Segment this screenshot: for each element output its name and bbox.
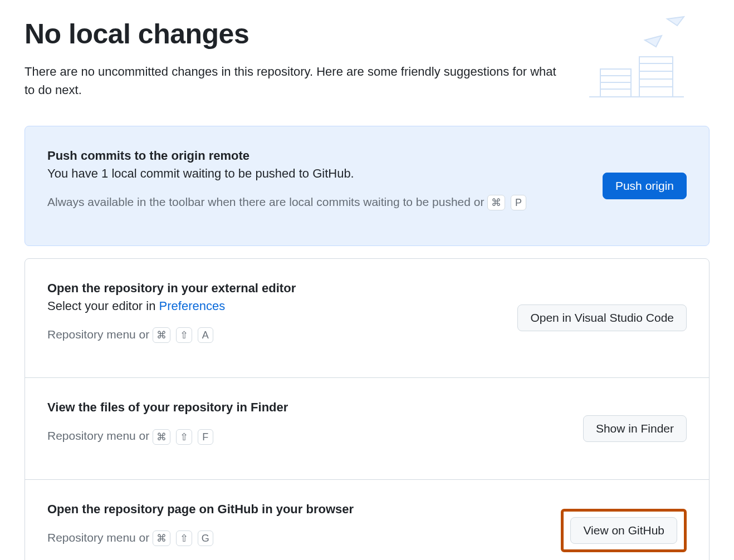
open-editor-hint: Repository menu or ⌘ ⇧ A (47, 325, 500, 344)
svg-rect-4 (639, 57, 673, 97)
preferences-link[interactable]: Preferences (159, 299, 226, 313)
show-in-finder-button[interactable]: Show in Finder (583, 415, 687, 442)
actions-card-group: Open the repository in your external edi… (25, 258, 709, 560)
push-card-title: Push commits to the origin remote (47, 149, 585, 163)
view-github-title: Open the repository page on GitHub in yo… (47, 502, 543, 517)
kbd-f: F (198, 429, 213, 445)
push-origin-card: Push commits to the origin remote You ha… (25, 126, 709, 246)
kbd-shift: ⇧ (176, 530, 192, 546)
kbd-cmd: ⌘ (153, 327, 170, 343)
view-github-row: Open the repository page on GitHub in yo… (25, 479, 709, 560)
kbd-a: A (198, 327, 213, 343)
kbd-cmd: ⌘ (153, 429, 170, 445)
show-finder-row: View the files of your repository in Fin… (25, 377, 709, 479)
paper-stack-illustration (584, 13, 689, 102)
kbd-p: P (511, 195, 526, 210)
kbd-shift: ⇧ (176, 327, 192, 343)
page-subtitle: There are no uncommitted changes in this… (25, 62, 559, 99)
show-finder-title: View the files of your repository in Fin… (47, 400, 565, 415)
highlight-annotation: View on GitHub (561, 509, 687, 552)
push-origin-button[interactable]: Push origin (603, 173, 687, 199)
show-finder-hint: Repository menu or ⌘ ⇧ F (47, 426, 565, 445)
open-in-vscode-button[interactable]: Open in Visual Studio Code (517, 304, 687, 331)
view-on-github-button[interactable]: View on GitHub (570, 517, 677, 544)
kbd-shift: ⇧ (176, 429, 192, 445)
view-github-hint: Repository menu or ⌘ ⇧ G (47, 528, 543, 547)
push-card-hint: Always available in the toolbar when the… (47, 193, 585, 212)
kbd-cmd: ⌘ (153, 530, 170, 546)
open-editor-desc: Select your editor in Preferences (47, 299, 500, 313)
kbd-g: G (198, 530, 213, 546)
push-card-desc: You have 1 local commit waiting to be pu… (47, 166, 585, 181)
kbd-cmd: ⌘ (487, 195, 505, 210)
open-editor-title: Open the repository in your external edi… (47, 281, 500, 296)
open-editor-row: Open the repository in your external edi… (25, 259, 709, 378)
